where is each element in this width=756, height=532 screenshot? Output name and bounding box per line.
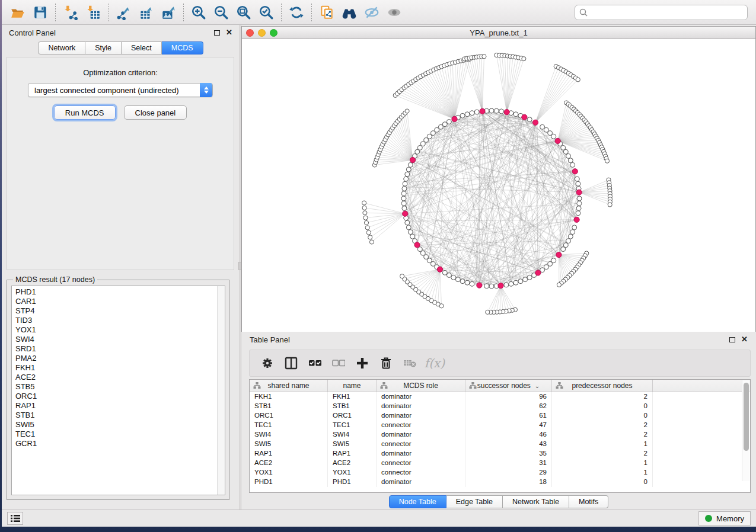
import-table-button[interactable] [82, 2, 104, 23]
export-table-button[interactable] [135, 2, 157, 23]
zoom-out-button[interactable] [210, 2, 232, 23]
mcds-result-item[interactable]: PMA2 [15, 354, 225, 363]
zoom-fit-button[interactable] [232, 2, 255, 23]
mcds-result-item[interactable]: SRD1 [15, 344, 225, 354]
open-file-button[interactable] [7, 2, 29, 23]
table-row[interactable]: TEC1TEC1connector472 [250, 421, 750, 430]
export-image-icon [161, 5, 176, 20]
table-cell: STB1 [250, 402, 328, 411]
table-cell: connector [377, 421, 465, 430]
zoom-out-icon [213, 5, 229, 20]
table-row[interactable]: ORC1ORC1dominator610 [250, 411, 750, 421]
mcds-result-item[interactable]: ACE2 [15, 373, 225, 382]
column-header-successor-nodes[interactable]: successor nodes⌄ [465, 380, 552, 392]
select-all-columns-button[interactable] [304, 352, 326, 374]
mcds-result-item[interactable]: ORC1 [15, 392, 225, 401]
column-header-predecessor-nodes[interactable]: predecessor nodes [552, 380, 653, 392]
hide-selected-button[interactable] [361, 2, 383, 23]
table-row[interactable]: RAP1RAP1dominator352 [250, 449, 750, 459]
memory-label: Memory [716, 514, 744, 523]
column-label: name [343, 382, 361, 390]
tab-style[interactable]: Style [85, 41, 122, 55]
float-panel-icon[interactable] [214, 30, 220, 36]
table-cell: dominator [377, 402, 465, 411]
float-table-panel-icon[interactable] [729, 337, 735, 342]
mcds-result-item[interactable]: PHD1 [15, 287, 225, 297]
table-cell: SWI4 [250, 430, 328, 440]
unselect-all-columns-button[interactable] [328, 352, 349, 374]
table-cell: 0 [552, 402, 653, 411]
search-box[interactable] [575, 5, 748, 20]
network-canvas[interactable] [242, 40, 755, 332]
mcds-result-item[interactable]: STP4 [15, 306, 225, 316]
tab-network[interactable]: Network [38, 41, 85, 55]
table-cell: SWI5 [250, 440, 328, 449]
run-mcds-button[interactable]: Run MCDS [54, 105, 116, 120]
export-image-button[interactable] [157, 2, 180, 23]
clone-network-button[interactable] [315, 2, 338, 23]
table-scrollbar[interactable] [742, 380, 749, 481]
tab-node-table[interactable]: Node Table [389, 495, 446, 508]
create-column-button[interactable] [352, 352, 373, 374]
mcds-result-group: MCDS result (17 nodes) PHD1CAR1STP4TID3Y… [7, 280, 229, 500]
table-row[interactable]: SWI5SWI5connector431 [250, 440, 750, 449]
tab-select[interactable]: Select [122, 41, 162, 55]
table-cell: TEC1 [250, 421, 328, 430]
mcds-result-item[interactable]: GCR1 [15, 439, 225, 448]
table-row[interactable]: SWI4SWI4dominator462 [250, 430, 750, 440]
table-cell: connector [377, 440, 465, 449]
export-network-button[interactable] [112, 2, 135, 23]
mcds-result-item[interactable]: CAR1 [15, 297, 225, 306]
column-header-name[interactable]: name [328, 380, 377, 392]
show-column-panel-button[interactable] [280, 352, 302, 374]
table-row[interactable]: FKH1FKH1dominator962 [250, 392, 750, 402]
table-cell: 29 [465, 468, 552, 477]
close-panel-icon[interactable]: ✕ [226, 30, 232, 36]
mcds-result-item[interactable]: STB1 [15, 411, 225, 420]
table-row[interactable]: ACE2ACE2connector311 [250, 459, 750, 468]
open-file-icon [10, 5, 25, 20]
table-row[interactable]: PHD1PHD1dominator180 [250, 477, 750, 487]
mcds-result-item[interactable]: RAP1 [15, 401, 225, 411]
task-history-button[interactable] [7, 512, 23, 525]
tab-network-table[interactable]: Network Table [503, 495, 569, 508]
refresh-view-button[interactable] [285, 2, 308, 23]
mcds-result-item[interactable]: TEC1 [15, 430, 225, 439]
mcds-result-list[interactable]: PHD1CAR1STP4TID3YOX1SWI4SRD1PMA2FKH1ACE2… [11, 286, 225, 495]
column-header-MCDS-role[interactable]: MCDS role [377, 380, 465, 392]
import-network-button[interactable] [59, 2, 82, 23]
mcds-result-item[interactable]: SWI4 [15, 335, 225, 344]
criterion-select[interactable]: largest connected component (undirected) [28, 83, 213, 97]
delete-column-button[interactable] [375, 352, 397, 374]
table-options-button[interactable] [257, 352, 278, 374]
mcds-result-item[interactable]: YOX1 [15, 325, 225, 335]
zoom-in-button[interactable] [187, 2, 210, 23]
search-input[interactable] [588, 8, 744, 17]
mcds-result-item[interactable]: TID3 [15, 316, 225, 325]
show-all-button[interactable] [383, 2, 406, 23]
table-panel-title: Table Panel [250, 335, 290, 344]
network-window-titlebar[interactable]: YPA_prune.txt_1 [242, 27, 755, 39]
mcds-result-item[interactable]: FKH1 [15, 363, 225, 373]
zoom-selected-button[interactable] [255, 2, 277, 23]
memory-button[interactable]: Memory [698, 511, 751, 525]
table-row[interactable]: YOX1YOX1connector291 [250, 468, 750, 477]
tab-edge-table[interactable]: Edge Table [446, 495, 503, 508]
tab-motifs[interactable]: Motifs [569, 495, 608, 508]
network-graph[interactable] [242, 40, 755, 332]
table-cell: 35 [465, 449, 552, 459]
result-list-scrollbar[interactable] [217, 286, 225, 495]
close-panel-button[interactable]: Close panel [124, 105, 187, 120]
save-session-button[interactable] [29, 2, 52, 23]
search-network-button[interactable] [338, 2, 361, 23]
mcds-result-item[interactable]: STB5 [15, 382, 225, 392]
tab-mcds[interactable]: MCDS [162, 41, 203, 55]
column-label: successor nodes [477, 382, 531, 390]
column-header-shared-name[interactable]: shared name [250, 380, 328, 392]
table-scrollbar-thumb[interactable] [744, 383, 749, 451]
mcds-result-item[interactable]: SWI5 [15, 420, 225, 430]
table-row[interactable]: STB1STB1dominator620 [250, 402, 750, 411]
table-cell: dominator [377, 411, 465, 421]
attribute-icon [556, 382, 563, 389]
close-table-panel-icon[interactable]: ✕ [741, 336, 748, 342]
